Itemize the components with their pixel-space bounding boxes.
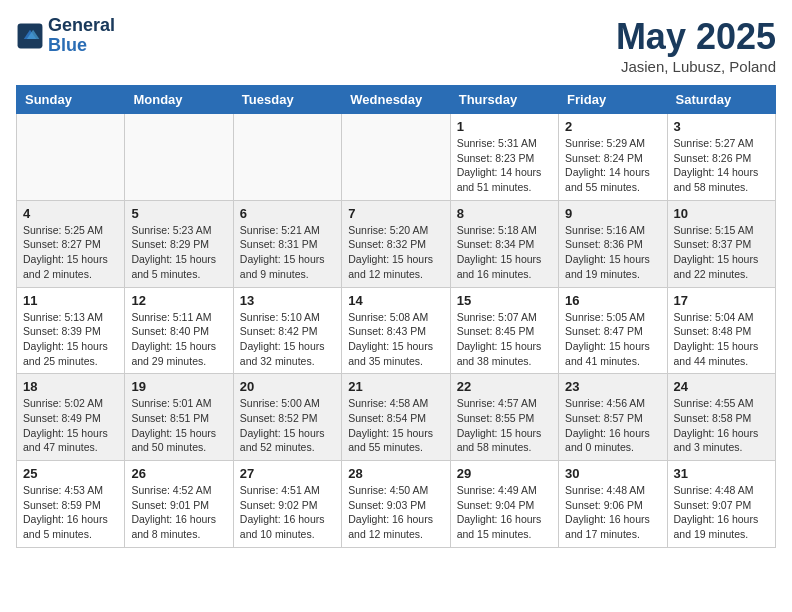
day-info: Sunrise: 4:48 AM Sunset: 9:07 PM Dayligh… <box>674 483 769 542</box>
calendar-day-cell: 13Sunrise: 5:10 AM Sunset: 8:42 PM Dayli… <box>233 287 341 374</box>
day-info: Sunrise: 5:02 AM Sunset: 8:49 PM Dayligh… <box>23 396 118 455</box>
calendar-week-row: 11Sunrise: 5:13 AM Sunset: 8:39 PM Dayli… <box>17 287 776 374</box>
day-number: 2 <box>565 119 660 134</box>
day-number: 10 <box>674 206 769 221</box>
calendar-week-row: 25Sunrise: 4:53 AM Sunset: 8:59 PM Dayli… <box>17 461 776 548</box>
day-info: Sunrise: 5:21 AM Sunset: 8:31 PM Dayligh… <box>240 223 335 282</box>
day-info: Sunrise: 4:50 AM Sunset: 9:03 PM Dayligh… <box>348 483 443 542</box>
calendar-day-cell: 5Sunrise: 5:23 AM Sunset: 8:29 PM Daylig… <box>125 200 233 287</box>
logo-text: General Blue <box>48 16 115 56</box>
calendar-day-cell: 16Sunrise: 5:05 AM Sunset: 8:47 PM Dayli… <box>559 287 667 374</box>
day-info: Sunrise: 5:29 AM Sunset: 8:24 PM Dayligh… <box>565 136 660 195</box>
logo-icon <box>16 22 44 50</box>
day-number: 28 <box>348 466 443 481</box>
calendar-day-cell: 30Sunrise: 4:48 AM Sunset: 9:06 PM Dayli… <box>559 461 667 548</box>
calendar-day-cell: 28Sunrise: 4:50 AM Sunset: 9:03 PM Dayli… <box>342 461 450 548</box>
day-info: Sunrise: 4:48 AM Sunset: 9:06 PM Dayligh… <box>565 483 660 542</box>
calendar-day-cell: 18Sunrise: 5:02 AM Sunset: 8:49 PM Dayli… <box>17 374 125 461</box>
day-number: 22 <box>457 379 552 394</box>
calendar-day-cell: 7Sunrise: 5:20 AM Sunset: 8:32 PM Daylig… <box>342 200 450 287</box>
calendar-day-cell <box>342 114 450 201</box>
calendar-day-cell: 22Sunrise: 4:57 AM Sunset: 8:55 PM Dayli… <box>450 374 558 461</box>
day-number: 27 <box>240 466 335 481</box>
weekday-header: Wednesday <box>342 86 450 114</box>
calendar-day-cell: 1Sunrise: 5:31 AM Sunset: 8:23 PM Daylig… <box>450 114 558 201</box>
day-number: 25 <box>23 466 118 481</box>
calendar-day-cell: 23Sunrise: 4:56 AM Sunset: 8:57 PM Dayli… <box>559 374 667 461</box>
day-number: 11 <box>23 293 118 308</box>
logo-line1: General <box>48 16 115 36</box>
day-number: 20 <box>240 379 335 394</box>
day-info: Sunrise: 4:53 AM Sunset: 8:59 PM Dayligh… <box>23 483 118 542</box>
day-info: Sunrise: 5:07 AM Sunset: 8:45 PM Dayligh… <box>457 310 552 369</box>
day-number: 17 <box>674 293 769 308</box>
day-number: 12 <box>131 293 226 308</box>
calendar-day-cell: 15Sunrise: 5:07 AM Sunset: 8:45 PM Dayli… <box>450 287 558 374</box>
calendar-day-cell: 31Sunrise: 4:48 AM Sunset: 9:07 PM Dayli… <box>667 461 775 548</box>
day-info: Sunrise: 5:11 AM Sunset: 8:40 PM Dayligh… <box>131 310 226 369</box>
calendar-day-cell: 26Sunrise: 4:52 AM Sunset: 9:01 PM Dayli… <box>125 461 233 548</box>
day-number: 15 <box>457 293 552 308</box>
day-info: Sunrise: 4:51 AM Sunset: 9:02 PM Dayligh… <box>240 483 335 542</box>
calendar-day-cell: 4Sunrise: 5:25 AM Sunset: 8:27 PM Daylig… <box>17 200 125 287</box>
day-number: 14 <box>348 293 443 308</box>
day-number: 18 <box>23 379 118 394</box>
calendar-week-row: 1Sunrise: 5:31 AM Sunset: 8:23 PM Daylig… <box>17 114 776 201</box>
day-number: 19 <box>131 379 226 394</box>
day-info: Sunrise: 5:27 AM Sunset: 8:26 PM Dayligh… <box>674 136 769 195</box>
calendar-day-cell: 19Sunrise: 5:01 AM Sunset: 8:51 PM Dayli… <box>125 374 233 461</box>
calendar-day-cell: 12Sunrise: 5:11 AM Sunset: 8:40 PM Dayli… <box>125 287 233 374</box>
day-info: Sunrise: 4:55 AM Sunset: 8:58 PM Dayligh… <box>674 396 769 455</box>
calendar-day-cell <box>233 114 341 201</box>
calendar-day-cell: 9Sunrise: 5:16 AM Sunset: 8:36 PM Daylig… <box>559 200 667 287</box>
day-info: Sunrise: 5:31 AM Sunset: 8:23 PM Dayligh… <box>457 136 552 195</box>
day-info: Sunrise: 5:00 AM Sunset: 8:52 PM Dayligh… <box>240 396 335 455</box>
day-number: 9 <box>565 206 660 221</box>
calendar-day-cell <box>17 114 125 201</box>
day-info: Sunrise: 5:13 AM Sunset: 8:39 PM Dayligh… <box>23 310 118 369</box>
calendar-week-row: 18Sunrise: 5:02 AM Sunset: 8:49 PM Dayli… <box>17 374 776 461</box>
day-number: 21 <box>348 379 443 394</box>
logo-line2: Blue <box>48 36 115 56</box>
day-number: 31 <box>674 466 769 481</box>
calendar-day-cell: 10Sunrise: 5:15 AM Sunset: 8:37 PM Dayli… <box>667 200 775 287</box>
weekday-header: Sunday <box>17 86 125 114</box>
calendar-day-cell: 8Sunrise: 5:18 AM Sunset: 8:34 PM Daylig… <box>450 200 558 287</box>
day-number: 13 <box>240 293 335 308</box>
day-number: 4 <box>23 206 118 221</box>
day-info: Sunrise: 5:23 AM Sunset: 8:29 PM Dayligh… <box>131 223 226 282</box>
calendar-day-cell: 25Sunrise: 4:53 AM Sunset: 8:59 PM Dayli… <box>17 461 125 548</box>
day-info: Sunrise: 5:18 AM Sunset: 8:34 PM Dayligh… <box>457 223 552 282</box>
month-title: May 2025 <box>616 16 776 58</box>
day-number: 5 <box>131 206 226 221</box>
day-info: Sunrise: 4:57 AM Sunset: 8:55 PM Dayligh… <box>457 396 552 455</box>
calendar-day-cell: 6Sunrise: 5:21 AM Sunset: 8:31 PM Daylig… <box>233 200 341 287</box>
day-number: 26 <box>131 466 226 481</box>
day-info: Sunrise: 4:56 AM Sunset: 8:57 PM Dayligh… <box>565 396 660 455</box>
calendar-day-cell: 29Sunrise: 4:49 AM Sunset: 9:04 PM Dayli… <box>450 461 558 548</box>
day-info: Sunrise: 5:08 AM Sunset: 8:43 PM Dayligh… <box>348 310 443 369</box>
day-number: 1 <box>457 119 552 134</box>
day-info: Sunrise: 5:25 AM Sunset: 8:27 PM Dayligh… <box>23 223 118 282</box>
page-header: General Blue May 2025 Jasien, Lubusz, Po… <box>16 16 776 75</box>
weekday-header: Saturday <box>667 86 775 114</box>
title-block: May 2025 Jasien, Lubusz, Poland <box>616 16 776 75</box>
day-number: 8 <box>457 206 552 221</box>
day-info: Sunrise: 5:20 AM Sunset: 8:32 PM Dayligh… <box>348 223 443 282</box>
day-info: Sunrise: 5:10 AM Sunset: 8:42 PM Dayligh… <box>240 310 335 369</box>
weekday-header: Monday <box>125 86 233 114</box>
calendar-day-cell: 2Sunrise: 5:29 AM Sunset: 8:24 PM Daylig… <box>559 114 667 201</box>
day-info: Sunrise: 5:05 AM Sunset: 8:47 PM Dayligh… <box>565 310 660 369</box>
day-info: Sunrise: 5:15 AM Sunset: 8:37 PM Dayligh… <box>674 223 769 282</box>
weekday-header: Friday <box>559 86 667 114</box>
day-number: 7 <box>348 206 443 221</box>
calendar-day-cell <box>125 114 233 201</box>
logo: General Blue <box>16 16 115 56</box>
day-info: Sunrise: 4:58 AM Sunset: 8:54 PM Dayligh… <box>348 396 443 455</box>
day-info: Sunrise: 4:52 AM Sunset: 9:01 PM Dayligh… <box>131 483 226 542</box>
day-info: Sunrise: 5:04 AM Sunset: 8:48 PM Dayligh… <box>674 310 769 369</box>
day-info: Sunrise: 4:49 AM Sunset: 9:04 PM Dayligh… <box>457 483 552 542</box>
calendar-week-row: 4Sunrise: 5:25 AM Sunset: 8:27 PM Daylig… <box>17 200 776 287</box>
day-number: 23 <box>565 379 660 394</box>
calendar-day-cell: 3Sunrise: 5:27 AM Sunset: 8:26 PM Daylig… <box>667 114 775 201</box>
